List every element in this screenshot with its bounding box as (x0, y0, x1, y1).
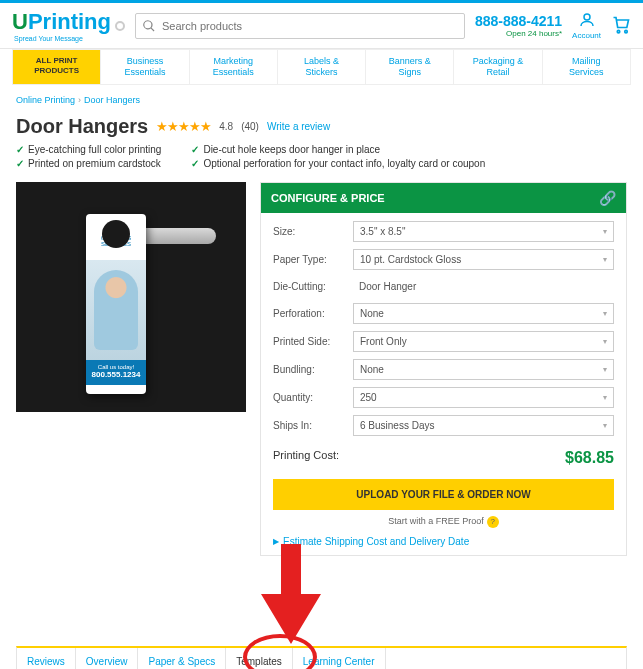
tab-learning[interactable]: Learning Center (293, 648, 386, 669)
chevron-down-icon: ▾ (603, 393, 607, 402)
annotation-arrow-icon (261, 544, 321, 644)
link-icon[interactable]: 🔗 (599, 190, 616, 206)
svg-point-1 (617, 30, 620, 32)
nav-marketing[interactable]: Marketing Essentials (190, 49, 278, 85)
qty-label: Quantity: (273, 392, 353, 403)
write-review-link[interactable]: Write a review (267, 121, 330, 132)
tabs: Reviews Overview Paper & Specs Templates… (16, 646, 627, 669)
hanger-phone: 800.555.1234 (86, 370, 146, 379)
check-icon: ✓ (16, 144, 24, 155)
nav-labels[interactable]: Labels & Stickers (278, 49, 366, 85)
chevron-down-icon: ▾ (603, 255, 607, 264)
chevron-down-icon: ▾ (603, 421, 607, 430)
feature-text: Optional perforation for your contact in… (203, 158, 485, 169)
cart-icon (611, 15, 631, 35)
die-label: Die-Cutting: (273, 281, 353, 292)
ships-label: Ships In: (273, 420, 353, 431)
rating-value: 4.8 (219, 121, 233, 132)
search-icon (142, 19, 156, 33)
chevron-down-icon: ▾ (603, 227, 607, 236)
nav-business[interactable]: Business Essentials (101, 49, 189, 85)
logo[interactable]: UPrinting Spread Your Message (12, 9, 125, 42)
nav-banners[interactable]: Banners & Signs (366, 49, 454, 85)
chevron-down-icon: ▾ (603, 337, 607, 346)
product-image: CLEANING SERVICES Call us today! 800.555… (16, 182, 246, 412)
feature-list: ✓Eye-catching full color printing ✓Print… (16, 144, 627, 172)
free-proof-link[interactable]: Start with a FREE Proof? (273, 516, 614, 528)
perf-select[interactable]: None▾ (353, 303, 614, 324)
phone-number: 888-888-4211 (475, 13, 562, 29)
svg-point-2 (625, 30, 628, 32)
phone-block: 888-888-4211 Open 24 hours* (475, 13, 562, 38)
account-link[interactable]: Account (572, 11, 601, 40)
ships-select[interactable]: 6 Business Days▾ (353, 415, 614, 436)
feature-text: Die-cut hole keeps door hanger in place (203, 144, 380, 155)
chevron-down-icon: ▾ (603, 365, 607, 374)
svg-point-0 (584, 14, 590, 20)
price-value: $68.85 (565, 449, 614, 467)
breadcrumb-current: Door Hangers (84, 95, 140, 105)
die-value: Door Hanger (353, 277, 614, 296)
help-icon: ? (487, 516, 499, 528)
phone-hours: Open 24 hours* (475, 29, 562, 38)
side-select[interactable]: Front Only▾ (353, 331, 614, 352)
tab-templates[interactable]: Templates (226, 648, 293, 669)
breadcrumb-home[interactable]: Online Printing (16, 95, 75, 105)
config-title: CONFIGURE & PRICE (271, 192, 385, 204)
paper-label: Paper Type: (273, 254, 353, 265)
review-count: (40) (241, 121, 259, 132)
side-label: Printed Side: (273, 336, 353, 347)
tagline: Spread Your Message (14, 35, 111, 42)
logo-dot-icon (115, 21, 125, 31)
account-label: Account (572, 31, 601, 40)
tab-reviews[interactable]: Reviews (17, 648, 76, 669)
bundle-select[interactable]: None▾ (353, 359, 614, 380)
size-select[interactable]: 3.5" x 8.5"▾ (353, 221, 614, 242)
upload-button[interactable]: UPLOAD YOUR FILE & ORDER NOW (273, 479, 614, 510)
site-header: UPrinting Spread Your Message 888-888-42… (0, 3, 643, 49)
estimate-shipping-link[interactable]: ▶Estimate Shipping Cost and Delivery Dat… (273, 536, 614, 547)
logo-p: Printing (28, 9, 111, 34)
nav-mailing[interactable]: Mailing Services (543, 49, 631, 85)
tab-paper-specs[interactable]: Paper & Specs (138, 648, 226, 669)
config-panel: CONFIGURE & PRICE 🔗 Size:3.5" x 8.5"▾ Pa… (260, 182, 627, 556)
search-box[interactable] (135, 13, 465, 39)
logo-u: U (12, 9, 28, 34)
search-input[interactable] (156, 16, 458, 36)
size-label: Size: (273, 226, 353, 237)
price-label: Printing Cost: (273, 449, 339, 467)
check-icon: ✓ (191, 144, 199, 155)
star-rating-icon: ★★★★★ (156, 119, 211, 134)
nav-packaging[interactable]: Packaging & Retail (454, 49, 542, 85)
qty-select[interactable]: 250▾ (353, 387, 614, 408)
tab-overview[interactable]: Overview (76, 648, 139, 669)
user-icon (578, 11, 596, 29)
bundle-label: Bundling: (273, 364, 353, 375)
perf-label: Perforation: (273, 308, 353, 319)
cart-link[interactable] (611, 15, 631, 37)
breadcrumb: Online Printing›Door Hangers (16, 95, 627, 105)
chevron-down-icon: ▾ (603, 309, 607, 318)
nav-all-products[interactable]: ALL PRINT PRODUCTS (12, 49, 101, 85)
feature-text: Eye-catching full color printing (28, 144, 161, 155)
feature-text: Printed on premium cardstock (28, 158, 161, 169)
main-nav: ALL PRINT PRODUCTS Business Essentials M… (0, 49, 643, 85)
check-icon: ✓ (16, 158, 24, 169)
paper-select[interactable]: 10 pt. Cardstock Gloss▾ (353, 249, 614, 270)
check-icon: ✓ (191, 158, 199, 169)
page-title: Door Hangers (16, 115, 148, 138)
